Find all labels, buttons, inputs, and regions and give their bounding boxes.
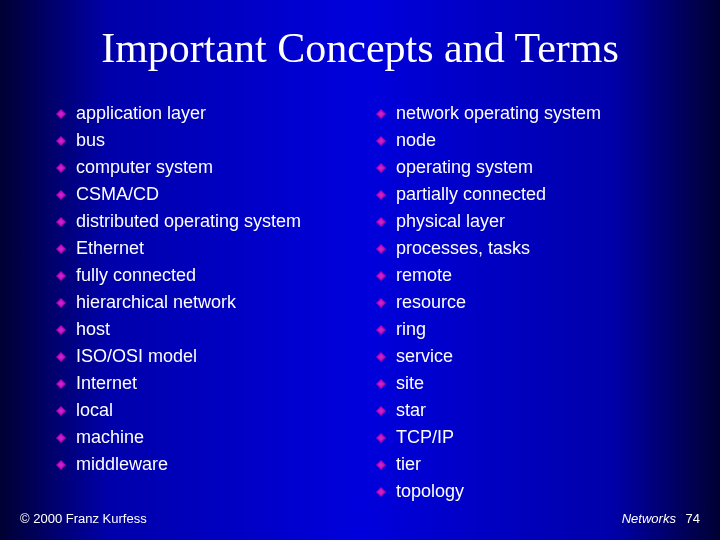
list-item-label: operating system xyxy=(396,154,533,181)
list-item-label: physical layer xyxy=(396,208,505,235)
list-item-label: ISO/OSI model xyxy=(76,343,197,370)
diamond-bullet-icon xyxy=(376,379,386,389)
list-item-label: CSMA/CD xyxy=(76,181,159,208)
diamond-bullet-icon xyxy=(376,460,386,470)
diamond-bullet-icon xyxy=(376,217,386,227)
footer-page: Networks 74 xyxy=(622,511,700,526)
list-item: machine xyxy=(56,424,366,451)
list-item-label: Internet xyxy=(76,370,137,397)
list-item: resource xyxy=(376,289,680,316)
list-item: site xyxy=(376,370,680,397)
list-item-label: node xyxy=(396,127,436,154)
list-item-label: resource xyxy=(396,289,466,316)
diamond-bullet-icon xyxy=(376,406,386,416)
diamond-bullet-icon xyxy=(376,109,386,119)
list-item: star xyxy=(376,397,680,424)
diamond-bullet-icon xyxy=(376,433,386,443)
list-item: remote xyxy=(376,262,680,289)
list-item-label: machine xyxy=(76,424,144,451)
diamond-bullet-icon xyxy=(56,379,66,389)
list-item: CSMA/CD xyxy=(56,181,366,208)
diamond-bullet-icon xyxy=(376,136,386,146)
list-item: computer system xyxy=(56,154,366,181)
list-item-label: Ethernet xyxy=(76,235,144,262)
list-item: ring xyxy=(376,316,680,343)
footer-page-number: 74 xyxy=(686,511,700,526)
diamond-bullet-icon xyxy=(56,217,66,227)
list-item: middleware xyxy=(56,451,366,478)
diamond-bullet-icon xyxy=(56,109,66,119)
list-item-label: remote xyxy=(396,262,452,289)
slide-title: Important Concepts and Terms xyxy=(0,0,720,72)
list-item-label: local xyxy=(76,397,113,424)
list-item: Internet xyxy=(56,370,366,397)
diamond-bullet-icon xyxy=(376,298,386,308)
list-item-label: middleware xyxy=(76,451,168,478)
diamond-bullet-icon xyxy=(56,460,66,470)
diamond-bullet-icon xyxy=(376,352,386,362)
list-item-label: fully connected xyxy=(76,262,196,289)
diamond-bullet-icon xyxy=(56,298,66,308)
diamond-bullet-icon xyxy=(56,433,66,443)
list-item: physical layer xyxy=(376,208,680,235)
diamond-bullet-icon xyxy=(376,325,386,335)
list-item-label: tier xyxy=(396,451,421,478)
list-item-label: service xyxy=(396,343,453,370)
diamond-bullet-icon xyxy=(56,136,66,146)
list-item-label: bus xyxy=(76,127,105,154)
list-item: topology xyxy=(376,478,680,505)
footer-section: Networks xyxy=(622,511,676,526)
list-item: ISO/OSI model xyxy=(56,343,366,370)
list-item-label: topology xyxy=(396,478,464,505)
diamond-bullet-icon xyxy=(56,406,66,416)
list-item: host xyxy=(56,316,366,343)
diamond-bullet-icon xyxy=(56,271,66,281)
list-item-label: processes, tasks xyxy=(396,235,530,262)
content-columns: application layerbuscomputer systemCSMA/… xyxy=(0,100,720,505)
diamond-bullet-icon xyxy=(376,487,386,497)
list-item-label: application layer xyxy=(76,100,206,127)
diamond-bullet-icon xyxy=(56,244,66,254)
diamond-bullet-icon xyxy=(56,190,66,200)
diamond-bullet-icon xyxy=(376,190,386,200)
list-item: Ethernet xyxy=(56,235,366,262)
list-item-label: TCP/IP xyxy=(396,424,454,451)
list-item: distributed operating system xyxy=(56,208,366,235)
diamond-bullet-icon xyxy=(56,325,66,335)
list-item: application layer xyxy=(56,100,366,127)
list-item: network operating system xyxy=(376,100,680,127)
list-item-label: hierarchical network xyxy=(76,289,236,316)
list-item-label: partially connected xyxy=(396,181,546,208)
diamond-bullet-icon xyxy=(56,352,66,362)
list-item: partially connected xyxy=(376,181,680,208)
list-item: bus xyxy=(56,127,366,154)
list-item: fully connected xyxy=(56,262,366,289)
list-item: node xyxy=(376,127,680,154)
diamond-bullet-icon xyxy=(376,163,386,173)
list-item-label: computer system xyxy=(76,154,213,181)
list-item: hierarchical network xyxy=(56,289,366,316)
footer-copyright: © 2000 Franz Kurfess xyxy=(20,511,147,526)
list-item-label: host xyxy=(76,316,110,343)
left-column: application layerbuscomputer systemCSMA/… xyxy=(56,100,366,505)
list-item-label: ring xyxy=(396,316,426,343)
list-item: tier xyxy=(376,451,680,478)
list-item: service xyxy=(376,343,680,370)
diamond-bullet-icon xyxy=(56,163,66,173)
list-item: processes, tasks xyxy=(376,235,680,262)
list-item-label: star xyxy=(396,397,426,424)
list-item: operating system xyxy=(376,154,680,181)
list-item-label: site xyxy=(396,370,424,397)
diamond-bullet-icon xyxy=(376,271,386,281)
right-column: network operating systemnodeoperating sy… xyxy=(366,100,680,505)
list-item: TCP/IP xyxy=(376,424,680,451)
list-item-label: network operating system xyxy=(396,100,601,127)
list-item-label: distributed operating system xyxy=(76,208,301,235)
diamond-bullet-icon xyxy=(376,244,386,254)
list-item: local xyxy=(56,397,366,424)
